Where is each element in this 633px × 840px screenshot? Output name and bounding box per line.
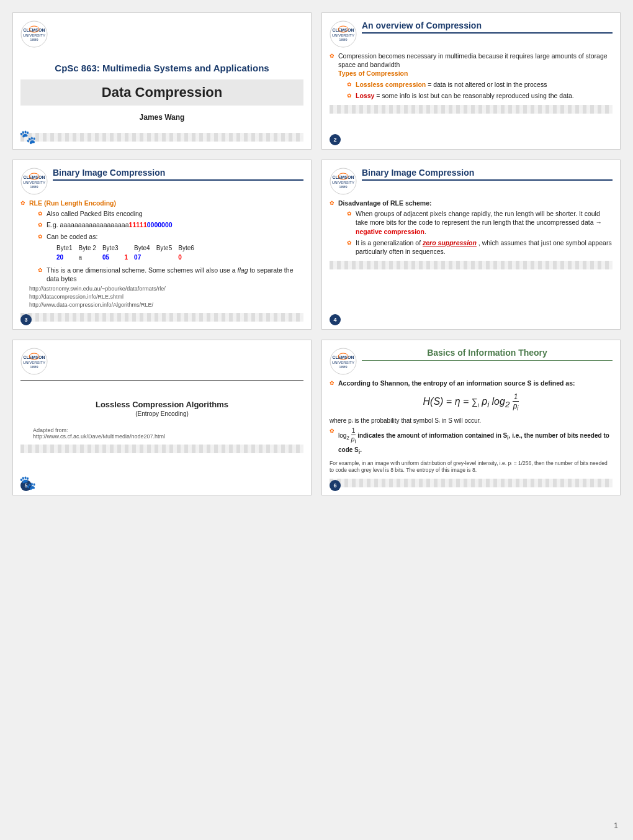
slide5-footer-stripe [20,445,303,453]
rle-row2: 20 a 05 1 07 0 [56,253,199,262]
slide1-subtitle: CpSc 863: Multimedia Systems and Applica… [20,63,303,73]
rle-r2c5: 07 [134,253,155,262]
slide6-log-bullet: log2 1pi indicates the amount of informa… [330,427,613,456]
slide1-header: CLEMSON UNIVERSITY 1889 [20,20,303,48]
slide5-body: Lossless Compression Algorithms (Entropy… [20,400,303,417]
slide6-footer-stripe [330,479,613,487]
slide6-number: 6 [330,480,341,491]
slide6-log-item: log2 1pi indicates the amount of informa… [330,427,613,456]
slide3-title: Binary Image Compression [53,168,303,181]
svg-text:1889: 1889 [30,365,38,369]
slide3-link2: http://datacompression.info/RLE.shtml [29,294,303,300]
slide3-zeros: 0000000 [147,221,173,228]
slide4-negative: negative compression [356,228,424,235]
svg-text:1889: 1889 [339,365,348,369]
svg-text:CLEMSON: CLEMSON [333,355,354,359]
slide5-adapted: Adapted from: http://www.cs.cf.ac.uk/Dav… [20,427,303,440]
slide2-number: 2 [330,134,341,145]
slide3-header: CLEMSON UNIVERSITY 1889 Binary Image Com… [20,168,303,195]
slide3-ones: 11111 [129,221,147,228]
slide-2: CLEMSON UNIVERSITY 1889 An overview of C… [321,12,621,150]
rle-r1c1: Byte1 [56,244,78,253]
slide3-number: 3 [20,314,32,325]
slide3-b2-prefix: E.g. aaaaaaaaaaaaaaaaaaa [47,221,129,228]
slide2-title-area: An overview of Compression [362,20,613,37]
slide4-number: 4 [330,314,341,325]
svg-text:1889: 1889 [339,38,348,42]
clemson-logo-slide3: CLEMSON UNIVERSITY 1889 [20,168,48,195]
rle-r2c4: 1 [125,253,133,262]
slide3-b2: E.g. aaaaaaaaaaaaaaaaaaa111110000000 [38,220,303,229]
clemson-logo-slide5: CLEMSON UNIVERSITY 1889 [20,348,48,375]
slide1-main-title: Data Compression [20,79,303,106]
svg-text:UNIVERSITY: UNIVERSITY [332,34,354,37]
slide4-title: Binary Image Compression [362,168,613,181]
svg-text:1889: 1889 [30,38,38,42]
slide2-footer-stripe [330,105,613,114]
slide2-header: CLEMSON UNIVERSITY 1889 An overview of C… [330,20,613,48]
slide4-bullets: Disadvantage of RLE scheme: When groups … [330,199,613,256]
slide2-lossy: Lossy = some info is lost but can be rea… [347,91,613,100]
slide3-footer-stripe [20,313,303,322]
slide1-content: CpSc 863: Multimedia Systems and Applica… [20,52,303,128]
slide-5: CLEMSON UNIVERSITY 1889 Lossless Compres… [12,340,312,495]
clemson-logo-slide4: CLEMSON UNIVERSITY 1889 [330,168,357,195]
slide6-bullets: According to Shannon, the entropy of an … [330,379,613,387]
slide3-b3: Can be coded as: Byte1 Byte 2 Byte3 Byte… [38,232,303,263]
slide2-lossless-label: Lossless compression [356,81,426,88]
slide6-example: For example, in an image with uniform di… [330,460,613,474]
slide3-link1: http://astronomy.swin.edu.au/~pbourke/da… [29,286,303,292]
slide2-bullet1: Compression becomes necessary in multime… [330,52,613,100]
svg-text:UNIVERSITY: UNIVERSITY [332,181,354,184]
svg-text:1889: 1889 [30,185,38,189]
slide4-header-text: Disadvantage of RLE scheme: [338,199,432,207]
slide4-header-item: Disadvantage of RLE scheme: When groups … [330,199,613,256]
slide6-where: where pᵢ is the probability that symbol … [330,417,613,424]
slide5-sub-title: (Entropy Encoding) [20,410,303,417]
slide2-sub-bullets: Lossless compression = data is not alter… [347,80,613,100]
slide-6: CLEMSON UNIVERSITY 1889 Basics of Inform… [321,340,621,495]
rle-r1c5: Byte4 [134,244,155,253]
clemson-logo-slide2: CLEMSON UNIVERSITY 1889 [330,20,357,48]
rle-r2c1: 20 [56,253,78,262]
slide5-divider [20,380,303,381]
slide3-link3: http://www.data-compression.info/Algorit… [29,302,303,308]
slide2-types-header: Types of Compression [338,70,408,77]
svg-text:CLEMSON: CLEMSON [24,355,45,359]
rle-r2c7: 0 [178,253,199,262]
slide2-lossless-text: = data is not altered or lost in the pro… [426,81,547,88]
slide3-rle-label: RLE (Run Length Encoding) [29,199,116,207]
slide6-b1-text: According to Shannon, the entropy of an … [338,379,575,387]
svg-text:CLEMSON: CLEMSON [333,28,354,32]
slide4-header: CLEMSON UNIVERSITY 1889 Binary Image Com… [330,168,613,195]
rle-r2c3: 05 [102,253,123,262]
svg-text:1889: 1889 [339,185,348,189]
slide4-b1: When groups of adjacent pixels change ra… [347,209,613,236]
svg-text:UNIVERSITY: UNIVERSITY [332,361,354,364]
svg-text:CLEMSON: CLEMSON [24,28,45,32]
slide6-header: CLEMSON UNIVERSITY 1889 Basics of Inform… [330,348,613,375]
svg-text:UNIVERSITY: UNIVERSITY [23,34,45,37]
slide5-main-title: Lossless Compression Algorithms [20,400,303,409]
svg-text:CLEMSON: CLEMSON [24,175,45,179]
slide-3: CLEMSON UNIVERSITY 1889 Binary Image Com… [12,160,312,330]
slide6-b1: According to Shannon, the entropy of an … [330,379,613,387]
slide1-author: James Wang [20,113,303,122]
svg-text:CLEMSON: CLEMSON [333,175,354,179]
rle-r1c6: Byte5 [156,244,177,253]
slide6-title-area: Basics of Information Theory [362,348,613,364]
slide6-formula: H(S) = η = ∑i pi log2 1pi [330,392,613,412]
rle-r1c4 [125,244,133,253]
rle-row1: Byte1 Byte 2 Byte3 Byte4 Byte5 Byte6 [56,244,199,253]
slide4-zero-suppression: zero suppression [423,239,477,246]
slide-1: CLEMSON UNIVERSITY 1889 CpSc 863: Multim… [12,12,312,150]
rle-r1c2: Byte 2 [79,244,101,253]
slide2-lossy-label: Lossy [356,92,374,99]
rle-r1c3: Byte3 [102,244,123,253]
slide2-lossless: Lossless compression = data is not alter… [347,80,613,89]
slide6-title: Basics of Information Theory [362,348,613,361]
svg-text:UNIVERSITY: UNIVERSITY [23,361,45,364]
slide1-footer-stripe [20,133,303,142]
paw-icon-slide1: 🐾 [19,129,36,145]
slide3-title-area: Binary Image Compression [53,168,303,184]
